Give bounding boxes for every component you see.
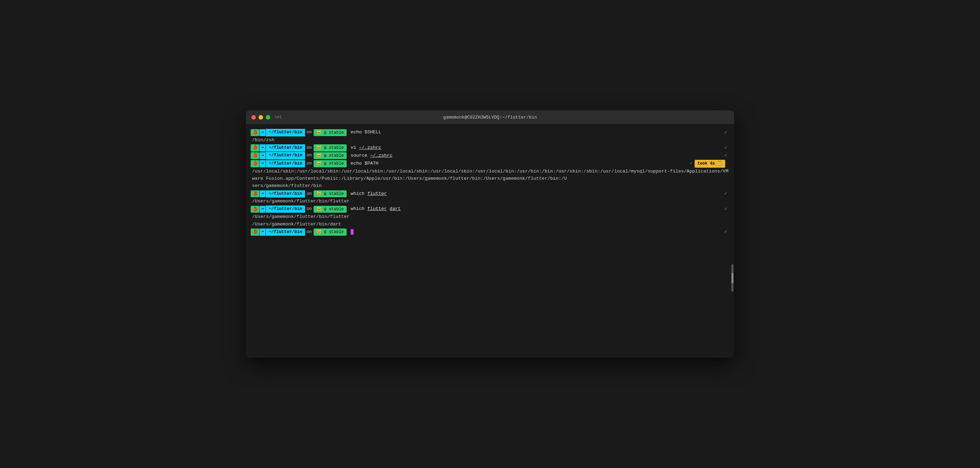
command-text: which flutter dart xyxy=(351,205,401,213)
keyboard-shortcut: ⌥⌘1 xyxy=(274,115,282,120)
prompt-on: on xyxy=(305,152,313,159)
prompt-path: ~/flutter/bin xyxy=(266,144,305,152)
checkmark-icon: ✓ xyxy=(724,144,731,152)
terminal-row: 🍎 ➜ ~/flutter/bin on 🐱 ψ stable vi ~/.zs… xyxy=(251,144,731,152)
prompt-path: ~/flutter/bin xyxy=(266,129,305,136)
prompt-path: ~/flutter/bin xyxy=(266,205,305,213)
command-text: echo $SHELL xyxy=(351,129,381,136)
prompt-git: 🐱 ψ stable xyxy=(313,152,347,159)
prompt-git: 🐱 ψ stable xyxy=(313,160,347,167)
output-row: /usr/local/sbin:/usr/local/sbin:/usr/loc… xyxy=(251,168,731,182)
prompt-arrow: ➜ xyxy=(259,160,266,167)
terminal-body[interactable]: 🍎 ➜ ~/flutter/bin on 🐱 ψ stable echo $SH… xyxy=(246,124,734,358)
prompt-git: 🐱 ψ stable xyxy=(313,206,347,213)
prompt-apple-icon: 🍎 xyxy=(251,144,259,152)
window-title: gamemonk@C02ZH3W5LVDQ:~/flutter/bin xyxy=(443,115,537,120)
prompt-path: ~/flutter/bin xyxy=(266,190,305,198)
prompt-git: 🐱 ψ stable xyxy=(313,228,347,236)
scrollbar[interactable] xyxy=(732,264,733,292)
output-text: /bin/zsh xyxy=(251,137,274,144)
terminal-row: 🍎 ➜ ~/flutter/bin on 🐱 ψ stable ✓ xyxy=(251,228,731,236)
minimize-button[interactable] xyxy=(259,115,263,120)
output-text: /Users/gamemonk/flutter/bin/flutter xyxy=(251,198,350,205)
took-badge: took 4s ⏳ xyxy=(695,160,725,168)
prompt-arrow: ➜ xyxy=(259,206,266,213)
prompt-git: 🐱 ψ stable xyxy=(313,129,347,136)
command-text: echo $PATH xyxy=(351,160,379,167)
prompt-arrow: ➜ xyxy=(259,152,266,159)
prompt-path: ~/flutter/bin xyxy=(266,228,305,236)
prompt-apple-icon: 🍎 xyxy=(251,206,259,213)
output-row: /Users/gamemonk/flutter/bin/flutter xyxy=(251,213,731,221)
prompt-on: on xyxy=(305,191,313,197)
output-text: /usr/local/sbin:/usr/local/sbin:/usr/loc… xyxy=(251,168,731,182)
prompt-on: on xyxy=(305,206,313,213)
prompt-apple-icon: 🍎 xyxy=(251,129,259,136)
command-text: source ~/.zshrc xyxy=(351,152,393,159)
prompt-git: 🐱 ψ stable xyxy=(313,144,347,152)
check-row: ✓ took 4s ⏳ xyxy=(690,160,731,168)
terminal-row: 🍎 ➜ ~/flutter/bin on 🐱 ψ stable which fl… xyxy=(251,205,731,213)
prompt-on: on xyxy=(305,145,313,151)
prompt-arrow: ➜ xyxy=(259,144,266,152)
prompt-apple-icon: 🍎 xyxy=(251,160,259,167)
terminal-row: 🍎 ➜ ~/flutter/bin on 🐱 ψ stable which fl… xyxy=(251,190,731,198)
command-text: which flutter xyxy=(351,190,387,198)
terminal-window: ⌥⌘1 gamemonk@C02ZH3W5LVDQ:~/flutter/bin … xyxy=(246,110,734,358)
output-text: /Users/gamemonk/flutter/bin/flutter xyxy=(251,213,350,221)
terminal-row: 🍎 ➜ ~/flutter/bin on 🐱 ψ stable echo $PA… xyxy=(251,160,731,168)
prompt-apple-icon: 🍎 xyxy=(251,228,259,236)
prompt-apple-icon: 🍎 xyxy=(251,190,259,198)
prompt-arrow: ➜ xyxy=(259,129,266,136)
checkmark-icon: ✓ xyxy=(724,228,731,236)
titlebar: ⌥⌘1 gamemonk@C02ZH3W5LVDQ:~/flutter/bin xyxy=(246,110,734,124)
prompt-arrow: ➜ xyxy=(259,190,266,198)
prompt-on: on xyxy=(305,129,313,136)
output-row: sers/gamemonk/flutter/bin xyxy=(251,182,731,190)
output-text: sers/gamemonk/flutter/bin xyxy=(251,182,322,190)
checkmark-icon: ✓ xyxy=(724,152,731,159)
prompt-on: on xyxy=(305,229,313,235)
prompt-path: ~/flutter/bin xyxy=(266,152,305,159)
prompt-git: 🐱 ψ stable xyxy=(313,190,347,198)
output-row: /Users/gamemonk/flutter/bin/flutter xyxy=(251,198,731,205)
prompt-arrow: ➜ xyxy=(259,228,266,236)
checkmark-icon: ✓ xyxy=(724,190,731,198)
cursor-block xyxy=(351,229,353,235)
scrollbar-thumb[interactable] xyxy=(732,273,733,283)
prompt-apple-icon: 🍎 xyxy=(251,152,259,159)
checkmark-icon: ✓ xyxy=(690,160,692,167)
output-row: /Users/gamemonk/flutter/bin/dart xyxy=(251,221,731,228)
command-text: vi ~/.zshrc xyxy=(351,144,381,152)
output-text: /Users/gamemonk/flutter/bin/dart xyxy=(251,221,341,228)
checkmark-icon: ✓ xyxy=(724,129,731,136)
close-button[interactable] xyxy=(251,115,256,120)
prompt-on: on xyxy=(305,160,313,167)
terminal-row: 🍎 ➜ ~/flutter/bin on 🐱 ψ stable echo $SH… xyxy=(251,129,731,136)
output-row: /bin/zsh xyxy=(251,137,731,144)
terminal-row: 🍎 ➜ ~/flutter/bin on 🐱 ψ stable source ~… xyxy=(251,152,731,159)
traffic-lights xyxy=(251,115,270,120)
maximize-button[interactable] xyxy=(266,115,270,120)
prompt-path: ~/flutter/bin xyxy=(266,160,305,167)
checkmark-icon: ✓ xyxy=(724,205,731,213)
